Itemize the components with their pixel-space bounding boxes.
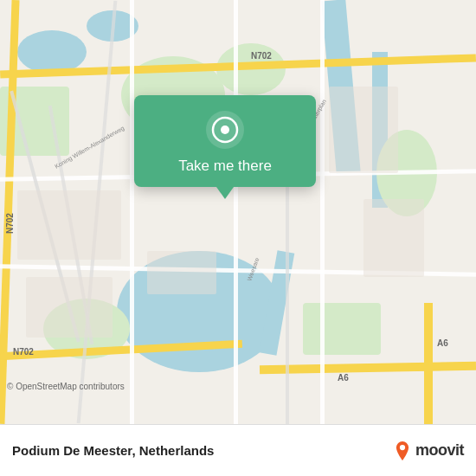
location-pin-icon — [206, 111, 244, 149]
svg-rect-36 — [26, 277, 113, 338]
svg-point-42 — [221, 125, 229, 134]
map-background: N702 N702 N702 A6 A6 Koning Willem-Alexa… — [0, 0, 476, 424]
take-me-there-button[interactable]: Take me there — [178, 158, 272, 175]
map-container: N702 N702 N702 A6 A6 Koning Willem-Alexa… — [0, 0, 476, 424]
svg-rect-11 — [303, 303, 381, 355]
svg-point-4 — [17, 30, 87, 74]
svg-text:N702: N702 — [251, 51, 272, 61]
place-name: Podium De Meester, Netherlands — [12, 443, 393, 458]
moovit-pin-icon — [393, 441, 412, 460]
svg-text:A6: A6 — [437, 338, 448, 348]
moovit-logo: moovit — [393, 441, 464, 460]
svg-text:A6: A6 — [338, 373, 349, 383]
svg-text:N702: N702 — [13, 347, 34, 357]
svg-rect-35 — [17, 190, 121, 260]
location-popup[interactable]: Take me there — [134, 95, 316, 187]
svg-rect-17 — [424, 303, 433, 424]
bottom-bar: Podium De Meester, Netherlands moovit — [0, 424, 476, 476]
svg-rect-21 — [234, 0, 238, 424]
svg-rect-37 — [329, 87, 398, 173]
svg-rect-22 — [320, 0, 325, 424]
map-attribution: © OpenStreetMap contributors — [7, 382, 125, 391]
moovit-brand-text: moovit — [415, 441, 464, 460]
svg-text:N702: N702 — [5, 213, 15, 234]
svg-rect-20 — [130, 0, 134, 424]
svg-rect-38 — [147, 251, 216, 294]
svg-rect-39 — [363, 199, 424, 277]
svg-point-43 — [400, 444, 405, 449]
attribution-text: © OpenStreetMap contributors — [7, 382, 125, 391]
